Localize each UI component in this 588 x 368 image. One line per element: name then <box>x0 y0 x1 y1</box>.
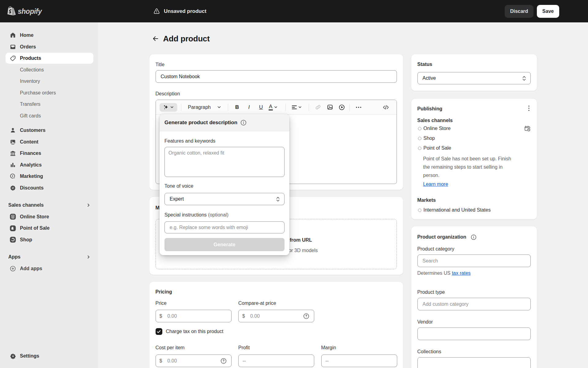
discounts-icon <box>10 185 16 191</box>
sidebar-item-label: Orders <box>20 44 36 50</box>
compare-at-price-field: $ <box>238 310 314 322</box>
text-color-glyph: A <box>269 104 273 110</box>
more-formatting-button[interactable] <box>353 102 364 112</box>
insert-link-button[interactable] <box>313 102 323 112</box>
product-category-input[interactable] <box>417 255 531 267</box>
collections-label: Collections <box>417 349 531 355</box>
special-instructions-input[interactable] <box>164 221 285 233</box>
sidebar-item-add-apps[interactable]: Add apps <box>6 263 93 274</box>
sidebar-item-point-of-sale[interactable]: Point of Sale <box>6 223 93 234</box>
channel-label: Online Store <box>424 126 524 131</box>
compare-at-price-input[interactable] <box>238 310 314 322</box>
price-input[interactable] <box>156 310 232 322</box>
settings-gear-icon <box>10 353 16 359</box>
underline-button[interactable]: U <box>256 102 266 112</box>
sidebar-subitem-label: Purchase orders <box>20 90 56 96</box>
channel-circle-icon <box>418 147 421 150</box>
charge-tax-row[interactable]: Charge tax on this product <box>156 328 397 335</box>
chevron-down-icon <box>298 105 302 109</box>
sidebar-item-label: Shop <box>20 237 32 243</box>
sidebar-item-content[interactable]: Content <box>6 136 93 148</box>
profit-input[interactable] <box>238 355 314 367</box>
page-header: Add product <box>149 34 537 43</box>
alignment-button[interactable] <box>289 102 303 112</box>
market-row: International and United States <box>417 205 531 215</box>
product-organization-title: Product organization <box>417 234 466 240</box>
sidebar-item-online-store[interactable]: Online Store <box>6 211 93 222</box>
section-header-label: Sales channels <box>8 202 44 208</box>
question-icon[interactable] <box>303 313 309 319</box>
sidebar-section-sales-channels[interactable]: Sales channels <box>6 200 93 211</box>
sidebar-item-label: Settings <box>20 353 39 359</box>
price-label: Price <box>156 300 232 306</box>
vendor-input[interactable] <box>417 328 531 340</box>
tone-of-voice-label: Tone of voice <box>164 183 285 189</box>
product-type-input[interactable] <box>417 298 531 310</box>
ai-generate-button[interactable] <box>160 103 177 112</box>
tone-of-voice-select[interactable]: Expert <box>164 193 285 205</box>
insert-video-button[interactable] <box>337 102 347 112</box>
publishing-title-row: Publishing <box>417 106 531 112</box>
calendar-clock-icon[interactable] <box>524 125 531 132</box>
bold-button[interactable]: B <box>232 102 242 112</box>
sidebar: Home Orders Products Collections Invento… <box>0 22 98 368</box>
topbar: shopify Unsaved product Discard Save <box>0 0 588 22</box>
shop-channel-icon <box>10 237 16 243</box>
collections-input[interactable] <box>417 357 531 368</box>
features-keywords-textarea[interactable] <box>164 147 285 177</box>
insert-image-button[interactable] <box>325 102 335 112</box>
sidebar-item-transfers[interactable]: Transfers <box>6 99 93 110</box>
tax-rates-link[interactable]: tax rates <box>452 270 470 276</box>
sidebar-item-collections[interactable]: Collections <box>6 64 93 75</box>
sidebar-item-inventory[interactable]: Inventory <box>6 76 93 87</box>
sidebar-item-shop[interactable]: Shop <box>6 234 93 245</box>
sidebar-item-products[interactable]: Products <box>6 53 93 64</box>
sidebar-item-finances[interactable]: Finances <box>6 148 93 159</box>
cost-per-item-input[interactable] <box>156 355 232 367</box>
sidebar-item-purchase-orders[interactable]: Purchase orders <box>6 87 93 98</box>
sidebar-subitem-label: Transfers <box>20 102 40 107</box>
code-view-button[interactable] <box>381 102 391 112</box>
sidebar-item-customers[interactable]: Customers <box>6 125 93 136</box>
charge-tax-checkbox[interactable] <box>156 328 162 335</box>
info-icon[interactable] <box>471 234 477 240</box>
generate-button[interactable]: Generate <box>164 238 285 251</box>
sidebar-item-orders[interactable]: Orders <box>6 41 93 52</box>
discard-button[interactable]: Discard <box>505 5 533 18</box>
toolbar-divider <box>349 104 350 111</box>
topbar-actions: Discard Save <box>505 5 533 18</box>
compare-at-price-label: Compare-at price <box>238 300 314 306</box>
chevron-down-icon <box>274 105 277 109</box>
sidebar-item-settings[interactable]: Settings <box>6 351 93 362</box>
info-icon[interactable] <box>240 120 247 126</box>
channel-row-online-store: Online Store <box>417 124 531 133</box>
ellipsis-icon <box>356 107 361 108</box>
status-value: Active <box>423 75 436 81</box>
text-color-button[interactable]: A <box>268 102 278 112</box>
paragraph-style-dropdown[interactable]: Paragraph <box>185 102 224 112</box>
sidebar-section-apps[interactable]: Apps <box>6 251 93 263</box>
back-button[interactable] <box>152 35 159 42</box>
channel-circle-icon <box>418 137 421 140</box>
orders-icon <box>10 44 16 50</box>
margin-label: Margin <box>321 345 397 351</box>
sidebar-item-analytics[interactable]: Analytics <box>6 159 93 171</box>
grid-empty-cell <box>321 295 397 306</box>
sidebar-item-gift-cards[interactable]: Gift cards <box>6 110 93 121</box>
sidebar-item-marketing[interactable]: Marketing <box>6 171 93 182</box>
title-input[interactable] <box>156 70 397 83</box>
kebab-menu-icon[interactable] <box>525 105 533 112</box>
alert-triangle-icon <box>153 8 160 14</box>
learn-more-link[interactable]: Learn more <box>423 182 448 187</box>
margin-input[interactable] <box>321 355 397 367</box>
sidebar-item-discounts[interactable]: Discounts <box>6 182 93 194</box>
question-icon[interactable] <box>221 358 227 364</box>
currency-prefix: $ <box>160 355 162 367</box>
status-select[interactable]: Active <box>417 72 531 84</box>
page-title: Add product <box>163 34 210 44</box>
sidebar-subitem-label: Collections <box>20 67 44 73</box>
special-instructions-optional: (optional) <box>208 212 228 217</box>
italic-button[interactable]: I <box>244 102 254 112</box>
sidebar-item-home[interactable]: Home <box>6 30 93 41</box>
save-button[interactable]: Save <box>537 5 559 18</box>
